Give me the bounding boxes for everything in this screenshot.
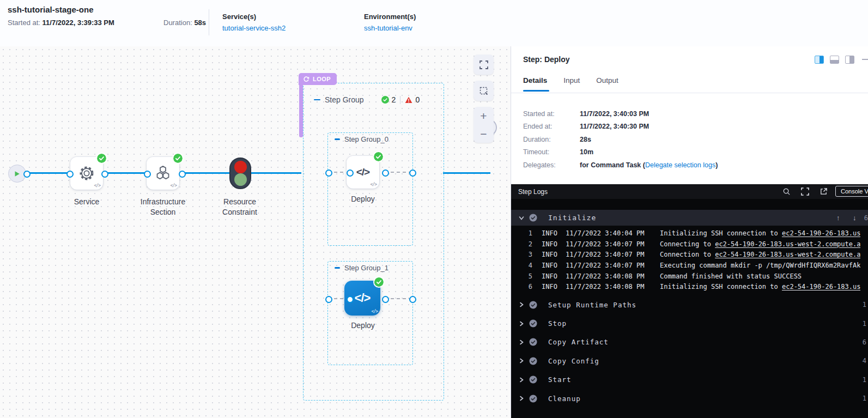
step-group-1-header[interactable]: Step Group_1 (335, 264, 389, 272)
log-host-link[interactable]: ec2-54-190-26-183.us-west-2.compute.a (715, 240, 860, 248)
minimize-icon[interactable] (862, 59, 868, 60)
success-count-icon (381, 96, 389, 104)
port[interactable] (23, 171, 31, 178)
step-group-0-header[interactable]: Step Group_0 (335, 135, 389, 143)
environments-label: Environment(s) (364, 13, 416, 21)
open-in-new-tab-icon[interactable] (820, 187, 828, 196)
layout-bottom-icon[interactable] (830, 56, 839, 64)
port[interactable] (325, 296, 332, 303)
port[interactable] (409, 296, 416, 303)
canvas-select-button[interactable] (474, 81, 494, 101)
count-divider (400, 96, 400, 104)
edge (181, 172, 229, 174)
log-section-initialize[interactable]: Initialize ↑ ↓ 6 (511, 210, 868, 226)
step-group-header[interactable]: Step Group 2 0 (314, 95, 420, 104)
port[interactable] (347, 169, 354, 177)
section-success-icon (529, 357, 537, 365)
step-logs-console: Step Logs Console View Initialize ↑ ↓ 6 … (511, 184, 868, 418)
log-section-start[interactable]: Start 1 (511, 371, 868, 389)
delegate-selection-logs-link[interactable]: Delegate selection logs (645, 161, 715, 169)
layout-right-icon[interactable] (845, 56, 854, 64)
section-line-count: 1 (863, 320, 866, 328)
duration: Duration: 58s (163, 19, 206, 27)
zoom-out-button[interactable]: − (480, 128, 487, 140)
service-link[interactable]: tutorial-service-ssh2 (222, 24, 286, 32)
canvas-zoom-controls[interactable]: + − (474, 107, 494, 143)
tab-output[interactable]: Output (596, 76, 618, 84)
layout-split-right-icon[interactable] (815, 56, 824, 64)
zoom-in-button[interactable]: + (480, 110, 487, 122)
console-view-button[interactable]: Console View (835, 186, 868, 197)
section-name: Copy Artifact (548, 338, 609, 346)
node-infrastructure[interactable]: </> (147, 157, 179, 190)
duration-value: 58s (194, 19, 206, 27)
hexagons-icon (154, 165, 172, 182)
node-label-service: Service (54, 197, 119, 207)
port[interactable] (66, 171, 74, 178)
log-message: Connection to ec2-54-190-26-183.us-west-… (660, 251, 860, 258)
collapse-icon[interactable] (314, 99, 320, 101)
port[interactable] (409, 169, 416, 177)
header-divider (209, 9, 209, 35)
success-badge-icon (97, 154, 106, 163)
log-message: Initializing SSH connection to ec2-54-19… (660, 229, 860, 237)
log-section-cleanup[interactable]: Cleanup 1 (511, 389, 868, 408)
log-level: INFO (542, 272, 566, 280)
collapse-icon[interactable] (335, 138, 340, 140)
port[interactable] (347, 296, 354, 303)
port[interactable] (325, 169, 332, 177)
tab-details[interactable]: Details (523, 76, 547, 84)
scroll-down-icon[interactable]: ↓ (853, 214, 857, 222)
detail-label: Timeout: (523, 148, 580, 156)
port[interactable] (179, 171, 186, 178)
port[interactable] (101, 171, 108, 178)
log-section-setup-runtime-paths[interactable]: Setup Runtime Paths 1 (511, 295, 868, 314)
pipeline-canvas[interactable]: </> Service </> Infrastructure Section R… (0, 46, 511, 418)
section-name: Start (548, 375, 572, 384)
loop-badge[interactable]: LOOP (299, 73, 337, 85)
log-host-link[interactable]: ec2-54-190-26-183.us-west-2.compute.a (715, 251, 860, 258)
log-line: 4 INFO 11/7/2022 3:40:07 PM Executing co… (511, 260, 868, 271)
log-message-text: Connecting to (660, 240, 715, 248)
environments-block: Environment(s) ssh-tutorial-env (364, 13, 416, 32)
canvas-fullscreen-button[interactable] (474, 54, 494, 75)
node-label-resource-constraint: Resource Constraint (206, 197, 274, 217)
scroll-up-icon[interactable]: ↑ (836, 214, 840, 222)
section-line-count: 1 (863, 301, 866, 308)
success-badge-icon (173, 154, 183, 163)
node-resource-constraint[interactable] (229, 157, 251, 189)
environment-link[interactable]: ssh-tutorial-env (364, 24, 416, 32)
section-name: Copy Config (548, 357, 599, 365)
node-service[interactable]: </> (70, 157, 103, 190)
logs-fullscreen-icon[interactable] (801, 187, 809, 196)
gear-icon (77, 163, 96, 183)
green-light-icon (234, 173, 247, 186)
step-details-panel: Step: Deploy Details Input Output Starte… (511, 46, 868, 418)
step-group-0-box[interactable] (327, 132, 413, 246)
marquee-select-icon (479, 86, 489, 96)
search-icon[interactable] (782, 187, 791, 196)
log-host-link[interactable]: ec2-54-190-26-183.us (782, 229, 861, 237)
edge (251, 172, 301, 174)
log-timestamp: 11/7/2022 3:40:07 PM (566, 262, 653, 269)
port[interactable] (382, 169, 389, 177)
log-line: 5 INFO 11/7/2022 3:40:08 PM Command fini… (511, 271, 868, 282)
port[interactable] (382, 296, 389, 303)
tabs-divider (511, 93, 868, 93)
log-section-copy-config[interactable]: Copy Config 4 (511, 352, 868, 370)
collapse-icon[interactable] (335, 267, 340, 269)
log-section-stop[interactable]: Stop 1 (511, 314, 868, 332)
red-light-icon (234, 161, 247, 173)
log-message: Executing command mkdir -p /tmp/QWrdHfIQ… (660, 262, 860, 269)
log-timestamp: 11/7/2022 3:40:07 PM (566, 251, 653, 258)
log-line: 3 INFO 11/7/2022 3:40:07 PM Connection t… (511, 249, 868, 260)
port[interactable] (144, 171, 151, 178)
detail-value: 10m (580, 148, 593, 156)
log-level: INFO (542, 283, 566, 290)
success-badge-icon (374, 277, 384, 287)
loop-accent-bar (299, 85, 303, 137)
log-host-link[interactable]: ec2-54-190-26-183.us (782, 283, 861, 290)
tab-input[interactable]: Input (563, 76, 580, 84)
log-section-copy-artifact[interactable]: Copy Artifact 6 (511, 333, 868, 352)
log-line-number: 1 (519, 229, 532, 237)
